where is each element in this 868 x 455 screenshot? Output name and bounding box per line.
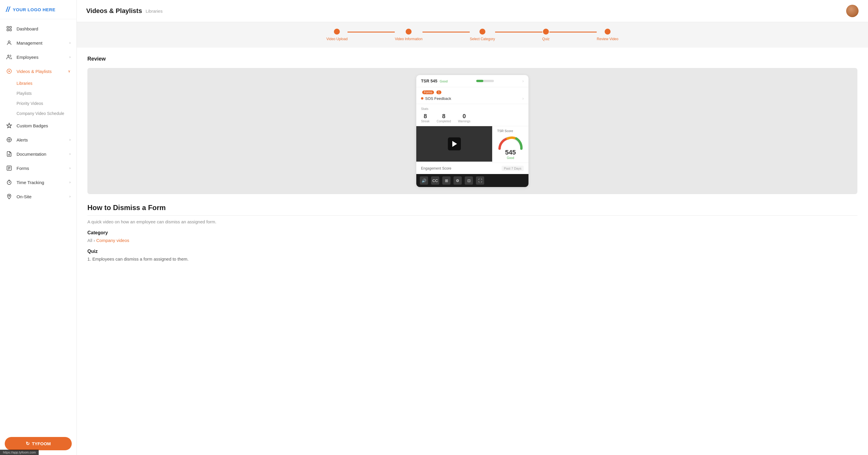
sidebar-label-videos-playlists: Videos & Playlists (17, 69, 64, 74)
sidebar-sub-company-video-schedule[interactable]: Company Video Schedule (0, 108, 76, 118)
quiz-section: Quiz 1. Employees can dismiss a form ass… (87, 249, 857, 261)
step-review-video[interactable]: Review Video (597, 29, 618, 41)
video-player[interactable] (416, 126, 492, 162)
sidebar-item-videos-playlists[interactable]: Videos & Playlists ∨ (0, 64, 76, 78)
category-path-start: All (87, 238, 92, 243)
stat-completed-value: 8 (437, 113, 451, 120)
step-line-2 (423, 32, 470, 32)
card-forms: Forms 1 SOS Feedback › (416, 87, 528, 104)
stat-warnings-value: 0 (458, 113, 470, 120)
ctrl-cc[interactable]: CC (431, 176, 439, 184)
breadcrumb-arrow: › (94, 238, 96, 243)
sidebar-label-on-site: On-Site (17, 194, 65, 199)
header-title-area: Videos & Playlists Libraries (86, 7, 163, 15)
sidebar-label-time-tracking: Time Tracking (17, 180, 65, 185)
sidebar-label-custom-badges: Custom Badges (17, 123, 70, 128)
svg-point-21 (8, 195, 10, 196)
play-button[interactable] (448, 137, 461, 150)
sidebar-nav: Dashboard Management › Employees › Video… (0, 19, 76, 432)
sidebar-item-documentation[interactable]: Documentation › (0, 147, 76, 161)
main-area: Videos & Playlists Libraries Video Uploa… (77, 0, 868, 455)
stat-warnings: 0 Warnings (458, 113, 470, 123)
gauge-value: 545 (505, 149, 516, 156)
stat-warnings-label: Warnings (458, 120, 470, 123)
engagement-label: Engagement Score (421, 166, 452, 170)
progress-mini (476, 80, 494, 82)
tyfoom-button[interactable]: ↻ TYFOOM (5, 437, 72, 450)
logo-area: // YOUR LOGO HERE (0, 0, 76, 19)
sidebar-item-dashboard[interactable]: Dashboard (0, 22, 76, 36)
video-description: A quick video on how an employee can dis… (87, 219, 857, 224)
status-url: https://app.tyfoom.com (3, 451, 36, 454)
sidebar-sub-priority-videos[interactable]: Priority Videos (0, 98, 76, 108)
ctrl-volume[interactable]: 🔊 (420, 176, 428, 184)
step-circle-4 (543, 29, 549, 34)
stat-streak-label: Streak (421, 120, 430, 123)
stat-streak: 8 Streak (421, 113, 430, 123)
tsr-score-label: TSR Score (497, 129, 524, 133)
user-avatar[interactable] (846, 5, 859, 17)
svg-rect-0 (7, 27, 9, 28)
category-breadcrumb: All › Company videos (87, 238, 857, 243)
ctrl-settings[interactable]: ⚙ (454, 176, 462, 184)
chevron-on-site: › (69, 194, 70, 199)
sidebar-item-management[interactable]: Management › (0, 36, 76, 50)
step-circle-5 (604, 29, 611, 34)
chevron-documentation: › (69, 152, 70, 156)
step-circle-3 (479, 29, 485, 34)
step-quiz[interactable]: Quiz (542, 29, 550, 41)
sidebar-item-time-tracking[interactable]: Time Tracking › (0, 175, 76, 189)
ctrl-fullscreen[interactable]: ⛶ (476, 176, 484, 184)
sidebar-label-management: Management (17, 40, 65, 46)
sidebar-label-alerts: Alerts (17, 137, 65, 142)
sidebar-label-dashboard: Dashboard (17, 26, 70, 31)
status-bar: https://app.tyfoom.com (0, 450, 39, 455)
chevron-videos-playlists: ∨ (68, 69, 70, 73)
engagement-period: Past 7 Days (502, 166, 524, 171)
category-path-end: Company videos (96, 238, 129, 243)
tsr-status: Good (440, 80, 447, 83)
ctrl-layout[interactable]: ⊡ (465, 176, 473, 184)
step-line-4 (550, 32, 597, 32)
sidebar-item-on-site[interactable]: On-Site › (0, 189, 76, 204)
step-video-upload[interactable]: Video Upload (327, 29, 348, 41)
time-tracking-icon (6, 179, 12, 186)
card-engagement: Engagement Score Past 7 Days (416, 163, 528, 174)
sidebar-item-employees[interactable]: Employees › (0, 50, 76, 64)
page-title: Videos & Playlists (86, 7, 142, 15)
chevron-forms: › (69, 166, 70, 170)
sidebar-item-custom-badges[interactable]: Custom Badges (0, 118, 76, 133)
sidebar-sub-libraries[interactable]: Libraries (0, 78, 76, 88)
dot-orange (421, 97, 423, 99)
ctrl-picture[interactable]: ⊞ (442, 176, 451, 184)
gauge-status: Good (507, 156, 514, 160)
stats-title: Stats (421, 107, 524, 111)
videos-playlists-icon (6, 68, 12, 75)
forms-arrow: › (522, 96, 524, 101)
avatar-image (846, 5, 859, 17)
svg-point-4 (8, 41, 10, 43)
employees-icon (6, 54, 12, 60)
step-label-4: Quiz (542, 37, 550, 41)
svg-marker-7 (8, 70, 10, 73)
logo-text: YOUR LOGO HERE (13, 7, 56, 12)
sidebar-sub-playlists[interactable]: Playlists (0, 88, 76, 98)
sidebar: // YOUR LOGO HERE Dashboard Management ›… (0, 0, 77, 455)
card-stats: Stats 8 Streak 8 Completed 0 Warnings (416, 104, 528, 126)
sidebar-item-forms[interactable]: Forms › (0, 161, 76, 175)
chevron-management: › (69, 41, 70, 45)
chevron-employees: › (69, 55, 70, 59)
tsr-score-section: TSR Score 545 Good (492, 126, 528, 163)
step-select-category[interactable]: Select Category (470, 29, 495, 41)
sidebar-item-alerts[interactable]: Alerts › (0, 133, 76, 147)
step-circle-1 (334, 29, 340, 34)
svg-point-9 (8, 139, 10, 141)
forms-count-badge: 1 (436, 90, 442, 94)
chevron-time-tracking: › (69, 180, 70, 184)
step-video-information[interactable]: Video Information (395, 29, 423, 41)
video-preview-card: TSR 545 Good › Forms 1 (416, 75, 528, 187)
svg-rect-1 (10, 27, 11, 28)
stat-streak-value: 8 (421, 113, 430, 120)
progress-steps: Video Upload Video Information Select Ca… (77, 22, 868, 48)
tyfoom-icon: ↻ (26, 441, 30, 447)
